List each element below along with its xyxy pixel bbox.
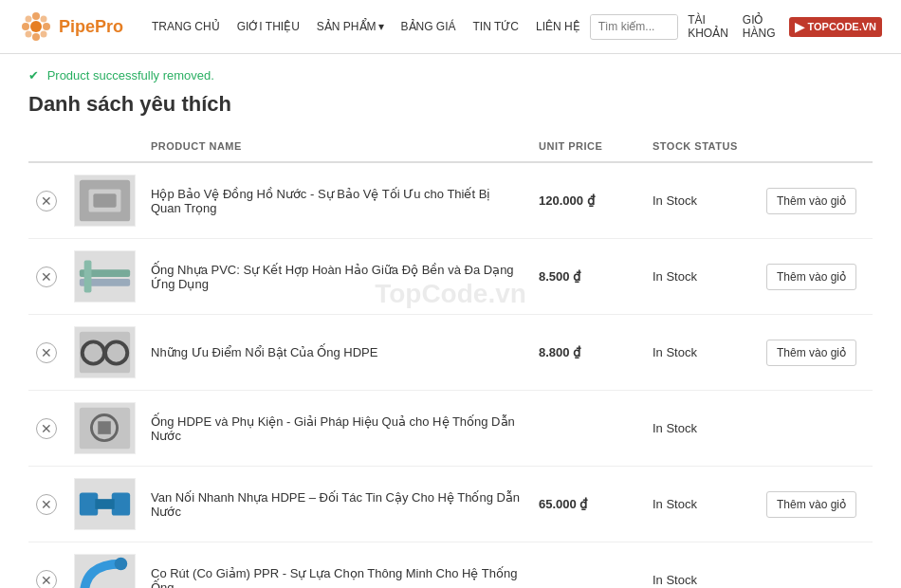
col-header-product-name: PRODUCT NAME	[143, 131, 531, 162]
close-icon: ✕	[41, 422, 52, 435]
remove-cell: ✕	[28, 467, 66, 542]
remove-button[interactable]: ✕	[36, 570, 57, 589]
add-to-cart-button[interactable]: Thêm vào giỏ	[766, 340, 856, 366]
nav-trang-chu[interactable]: TRANG CHỦ	[152, 20, 220, 33]
remove-button[interactable]: ✕	[36, 266, 57, 287]
svg-rect-20	[98, 421, 111, 434]
add-to-cart-button[interactable]: Thêm vào giỏ	[766, 264, 856, 290]
remove-button[interactable]: ✕	[36, 191, 57, 211]
stock-status: In Stock	[653, 497, 697, 511]
logo-icon	[19, 9, 53, 44]
stock-status: In Stock	[653, 345, 697, 359]
table-row: ✕ Ống Nhựa PVC: Sự Kết Hợp Hoàn Hảo Giữa…	[28, 239, 873, 315]
table-header-row: PRODUCT NAME UNIT PRICE sTocK STATUS	[28, 131, 873, 162]
col-header-unit-price: UNIT PRICE	[531, 131, 645, 162]
svg-rect-17	[80, 332, 130, 374]
table-row: ✕ Co Rút (Co Giảm) PPR - Sự Lựa Chọn Thô…	[28, 542, 873, 589]
search-wrap: 🔍	[590, 14, 678, 40]
nav-bang-gia[interactable]: BẢNG GIÁ	[401, 20, 456, 33]
svg-point-25	[115, 558, 128, 571]
col-header-img	[66, 131, 143, 162]
product-name-cell: Ống Nhựa PVC: Sự Kết Hợp Hoàn Hảo Giữa Đ…	[143, 239, 531, 315]
add-to-cart-button[interactable]: Thêm vào giỏ	[766, 188, 856, 214]
svg-point-4	[43, 23, 50, 30]
stock-status: In Stock	[653, 573, 697, 587]
table-row: ✕ Hộp Bảo Vệ Đồng Hồ Nước - Sự Bảo Vệ Tố…	[28, 162, 873, 239]
product-price-cell	[531, 391, 645, 467]
main-nav: TRANG CHỦ GIỚI THIỆU SẢN PHẨM ▾ BẢNG GIÁ…	[152, 20, 580, 33]
product-price-cell: 120.000 ₫	[531, 162, 645, 239]
remove-button[interactable]: ✕	[36, 494, 57, 515]
nav-lien-he[interactable]: LIÊN HỆ	[536, 20, 580, 33]
stock-status: In Stock	[653, 193, 697, 208]
cart-link[interactable]: GIỎ HÀNG	[743, 13, 776, 40]
topcode-logo-icon: ▶	[795, 20, 804, 34]
logo[interactable]: PipePro	[19, 9, 123, 44]
nav-gioi-thieu[interactable]: GIỚI THIỆU	[237, 20, 300, 33]
svg-rect-11	[93, 193, 116, 208]
remove-cell: ✕	[28, 391, 66, 467]
stock-status: In Stock	[653, 421, 697, 435]
col-header-remove	[28, 131, 66, 162]
product-action-cell	[759, 542, 873, 589]
svg-point-6	[41, 16, 47, 23]
product-name: Ống Nhựa PVC: Sự Kết Hợp Hoàn Hảo Giữa Đ…	[151, 263, 514, 291]
product-price-cell	[531, 542, 645, 589]
col-header-stock-status: sTocK STATUS	[645, 131, 759, 162]
remove-button[interactable]: ✕	[36, 342, 57, 363]
table-row: ✕ Những Ưu Điểm Nổi Bật Của Ống HDPE 8.8…	[28, 315, 873, 391]
product-image-cell	[66, 239, 143, 315]
stock-status: In Stock	[653, 269, 697, 284]
svg-point-7	[26, 31, 32, 38]
product-image	[74, 478, 136, 530]
topcode-badge: ▶ TOPCODE.VN	[789, 17, 882, 37]
remove-cell: ✕	[28, 542, 66, 589]
product-image-cell	[66, 467, 143, 542]
page-title: Danh sách yêu thích	[28, 92, 873, 117]
product-image	[74, 402, 136, 454]
product-price-cell: 65.000 ₫	[531, 467, 645, 542]
product-action-cell	[759, 391, 873, 467]
product-image-cell	[66, 162, 143, 239]
product-stock-cell: In Stock	[645, 391, 759, 467]
product-name: Hộp Bảo Vệ Đồng Hồ Nước - Sự Bảo Vệ Tối …	[151, 187, 490, 215]
svg-point-1	[32, 12, 40, 20]
product-name: Van Nối Nhanh Nhựa HDPE – Đối Tác Tin Cậ…	[151, 490, 520, 519]
remove-button[interactable]: ✕	[36, 418, 57, 439]
product-stock-cell: In Stock	[645, 162, 759, 239]
product-stock-cell: In Stock	[645, 315, 759, 391]
svg-point-0	[30, 21, 42, 32]
page-content: ✔ Product successfully removed. Danh sác…	[0, 54, 901, 588]
header: PipePro TRANG CHỦ GIỚI THIỆU SẢN PHẨM ▾ …	[0, 0, 901, 54]
svg-point-5	[26, 16, 32, 23]
remove-cell: ✕	[28, 239, 66, 315]
product-image-cell	[66, 315, 143, 391]
remove-cell: ✕	[28, 315, 66, 391]
close-icon: ✕	[41, 346, 52, 359]
product-price-cell: 8.500 ₫	[531, 239, 645, 315]
nav-san-pham[interactable]: SẢN PHẨM ▾	[317, 20, 384, 33]
add-to-cart-button[interactable]: Thêm vào giỏ	[766, 491, 856, 518]
svg-point-8	[41, 31, 47, 38]
product-name: Ống HDPE và Phụ Kiện - Giải Pháp Hiệu Qu…	[151, 414, 515, 443]
product-price-cell: 8.800 ₫	[531, 315, 645, 391]
svg-rect-23	[95, 499, 114, 509]
product-name-cell: Co Rút (Co Giảm) PPR - Sự Lựa Chọn Thông…	[143, 542, 531, 589]
nav-tin-tuc[interactable]: TIN TỨC	[473, 20, 519, 33]
product-image	[74, 554, 136, 588]
chevron-down-icon: ▾	[378, 20, 384, 33]
product-name-cell: Van Nối Nhanh Nhựa HDPE – Đối Tác Tin Cậ…	[143, 467, 531, 542]
product-image	[74, 250, 136, 303]
product-name-cell: Hộp Bảo Vệ Đồng Hồ Nước - Sự Bảo Vệ Tối …	[143, 162, 531, 239]
col-header-action	[759, 131, 873, 162]
unit-price: 120.000 ₫	[539, 193, 595, 208]
product-image	[74, 175, 136, 227]
search-input[interactable]	[591, 15, 678, 38]
product-stock-cell: In Stock	[645, 239, 759, 315]
product-image-cell	[66, 391, 143, 467]
product-name: Co Rút (Co Giảm) PPR - Sự Lựa Chọn Thông…	[151, 566, 517, 589]
svg-point-2	[32, 33, 40, 41]
product-action-cell: Thêm vào giỏ	[759, 315, 873, 391]
account-link[interactable]: TÀI KHOẢN	[688, 13, 728, 40]
table-row: ✕ Ống HDPE và Phụ Kiện - Giải Pháp Hiệu …	[28, 391, 873, 467]
